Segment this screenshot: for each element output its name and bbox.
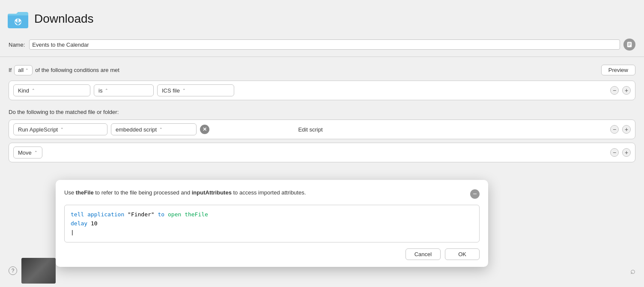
theFile-label: theFile [76, 189, 94, 196]
code-application: application [87, 211, 124, 218]
kind-chevron-icon: ⌃ [32, 88, 35, 93]
action2-plus-button[interactable]: + [622, 148, 631, 157]
popup-info-text: Use theFile to refer to the file being p… [64, 188, 464, 197]
popup-text-2: to refer to the file being processed and [94, 189, 192, 196]
conditions-prefix: If [9, 67, 12, 73]
ok-button[interactable]: OK [445, 248, 480, 260]
search-icon[interactable]: ⌕ [630, 266, 635, 276]
embedded-script-select[interactable]: embedded script ⌃ [111, 123, 197, 135]
code-editor[interactable]: tell application "Finder" to open theFil… [64, 205, 480, 242]
conditions-header: If all ⌃ of the following conditions are… [9, 65, 635, 75]
action1-plus-button[interactable]: + [622, 125, 631, 134]
page-title: Downloads [34, 12, 94, 26]
code-space-5: 10 [91, 220, 98, 227]
actions-section: Do the following to the matched file or … [0, 105, 644, 166]
action2-minus-button[interactable]: − [610, 148, 619, 157]
is-select[interactable]: is ⌃ [94, 84, 154, 96]
popup-text-3: to access imported attributes. [232, 189, 306, 196]
folder-icon [7, 8, 29, 30]
name-label: Name: [9, 42, 25, 48]
condition-row: Kind ⌃ is ⌃ ICS file ⌃ − + [9, 81, 635, 100]
all-select[interactable]: all ⌃ [14, 65, 33, 75]
edit-script-button[interactable]: Edit script [213, 126, 408, 133]
actions-label: Do the following to the matched file or … [9, 109, 635, 115]
condition-plus-button[interactable]: + [622, 86, 631, 95]
is-chevron-icon: ⌃ [105, 88, 108, 93]
main-window: Downloads Name: If all ⌃ of the followin… [0, 0, 644, 287]
action-row-2: Move ⌃ − + [9, 143, 635, 162]
name-row: Name: [0, 36, 644, 55]
code-line-2: delay 10 [71, 219, 473, 228]
name-input[interactable] [29, 39, 620, 50]
condition-minus-button[interactable]: − [610, 86, 619, 95]
popup-buttons: Cancel OK [64, 248, 480, 260]
popup-minus-button[interactable]: − [470, 189, 480, 199]
code-tell: tell [71, 211, 84, 218]
move-select[interactable]: Move ⌃ [13, 146, 42, 158]
run-applescript-select[interactable]: Run AppleScript ⌃ [13, 123, 107, 135]
code-line-1: tell application "Finder" to open theFil… [71, 210, 473, 219]
cancel-button[interactable]: Cancel [405, 248, 441, 260]
code-theFile: theFile [185, 211, 208, 218]
popup-info-row: Use theFile to refer to the file being p… [64, 188, 480, 199]
preview-button[interactable]: Preview [601, 65, 635, 75]
all-chevron-icon: ⌃ [25, 68, 29, 72]
note-icon [626, 42, 632, 48]
script-chevron-icon: ⌃ [159, 127, 163, 132]
code-delay: delay [71, 220, 87, 227]
header: Downloads [0, 0, 644, 36]
move-chevron-icon: ⌃ [34, 150, 38, 155]
script-popup: Use theFile to refer to the file being p… [56, 180, 488, 267]
action-row-1: Run AppleScript ⌃ embedded script ⌃ ✕ Ed… [9, 120, 635, 139]
popup-text-1: Use [64, 189, 76, 196]
ics-chevron-icon: ⌃ [182, 88, 186, 93]
help-button[interactable]: ? [9, 266, 17, 275]
conditions-suffix: of the following conditions are met [35, 67, 119, 73]
divider-1 [0, 57, 644, 57]
kind-select[interactable]: Kind ⌃ [13, 84, 90, 96]
run-chevron-icon: ⌃ [60, 127, 64, 132]
thumbnail-preview [21, 258, 56, 284]
code-finder-str: "Finder" [128, 211, 158, 218]
conditions-section: If all ⌃ of the following conditions are… [0, 59, 644, 105]
code-open: open [168, 211, 181, 218]
inputAttributes-label: inputAttributes [192, 189, 232, 196]
code-cursor-line: | [71, 228, 473, 237]
code-to: to [158, 211, 165, 218]
action1-minus-button[interactable]: − [610, 125, 619, 134]
ics-select[interactable]: ICS file ⌃ [157, 84, 234, 96]
close-x-button[interactable]: ✕ [200, 125, 209, 134]
note-icon-btn[interactable] [623, 39, 635, 51]
